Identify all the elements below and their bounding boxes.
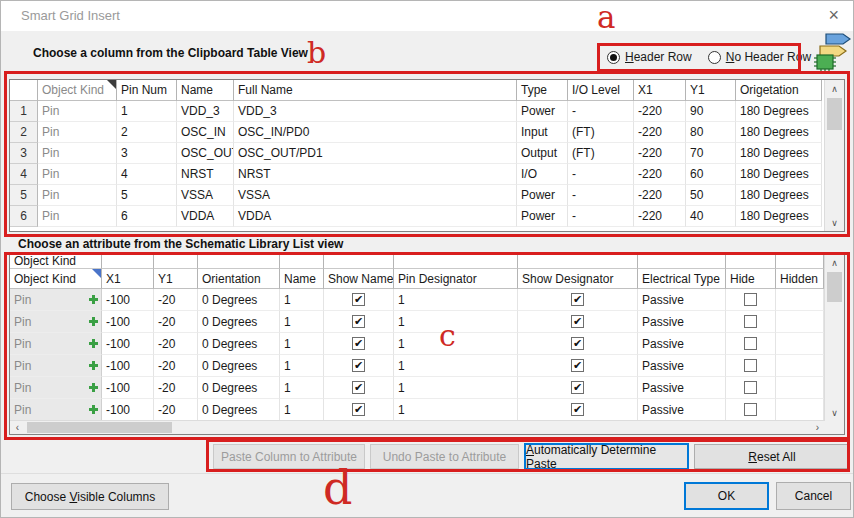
table-cell[interactable] [518,377,638,399]
radio-no-header-row[interactable]: No Header Row [708,50,811,64]
table-cell[interactable]: 180 Degrees [736,206,822,227]
table-cell[interactable] [518,399,638,421]
column-header-Orientation[interactable]: Orientation [198,269,280,289]
table-cell[interactable]: Passive [638,377,726,399]
table-cell[interactable] [776,377,824,399]
table-cell[interactable]: - [568,206,634,227]
unchecked-checkbox[interactable] [744,403,757,416]
table-cell[interactable] [324,333,394,355]
table-cell[interactable]: VSSA [234,185,517,206]
table-cell[interactable]: 6 [117,206,177,227]
table-cell[interactable]: Passive [638,355,726,377]
table-cell[interactable]: Pin [38,185,117,206]
table-cell[interactable]: VSSA [177,185,234,206]
checked-checkbox[interactable] [352,315,365,328]
table-cell[interactable]: -20 [154,311,198,333]
table-cell[interactable] [518,333,638,355]
table-cell[interactable]: 5 [117,185,177,206]
unchecked-checkbox[interactable] [744,381,757,394]
table-cell[interactable]: 0 Degrees [198,355,280,377]
checked-checkbox[interactable] [352,337,365,350]
table-cell[interactable]: - [568,164,634,185]
table-cell[interactable]: 3 [117,143,177,164]
cancel-button[interactable]: Cancel [776,482,851,510]
table-cell[interactable]: 1 [394,289,518,311]
row-number[interactable]: 6 [10,206,38,227]
table-cell[interactable]: VDD_3 [234,101,517,122]
table-cell[interactable]: Pin [38,164,117,185]
unchecked-checkbox[interactable] [744,359,757,372]
column-header-Hidden[interactable]: Hidden [776,269,824,289]
object-kind-cell[interactable]: Pin [10,399,102,421]
group-header-cell[interactable] [394,254,518,269]
row-number[interactable]: 5 [10,185,38,206]
table-cell[interactable]: - [568,101,634,122]
table-cell[interactable] [324,311,394,333]
table-cell[interactable]: Pin [38,122,117,143]
radio-button-icon[interactable] [607,51,620,64]
column-header-Show Designator[interactable]: Show Designator [518,269,638,289]
table-cell[interactable]: Pin [38,101,117,122]
table-cell[interactable] [776,399,824,421]
table-cell[interactable] [324,355,394,377]
table-cell[interactable]: 180 Degrees [736,185,822,206]
column-header-Name[interactable]: Name [280,269,324,289]
column-header-Hide[interactable]: Hide [726,269,776,289]
table-cell[interactable]: 1 [394,333,518,355]
row-number[interactable]: 3 [10,143,38,164]
table-cell[interactable]: VDDA [177,206,234,227]
group-header-cell[interactable] [726,254,776,269]
group-header-cell[interactable] [280,254,324,269]
group-header-cell[interactable] [776,254,824,269]
table-cell[interactable]: -100 [102,355,154,377]
table-cell[interactable]: -20 [154,399,198,421]
table-cell[interactable]: -100 [102,289,154,311]
table-cell[interactable]: OSC_IN [177,122,234,143]
table-cell[interactable]: 0 Degrees [198,311,280,333]
table-cell[interactable]: 40 [686,206,736,227]
table-cell[interactable]: 60 [686,164,736,185]
table-cell[interactable] [726,333,776,355]
checked-checkbox[interactable] [571,293,584,306]
table-cell[interactable]: 180 Degrees [736,101,822,122]
table-cell[interactable]: 1 [280,289,324,311]
table-cell[interactable]: -20 [154,355,198,377]
table-cell[interactable] [726,311,776,333]
table-cell[interactable] [776,333,824,355]
table-cell[interactable]: I/O [517,164,568,185]
table-cell[interactable]: Power [517,206,568,227]
group-header-cell[interactable] [638,254,726,269]
table-cell[interactable]: Pin [38,143,117,164]
table-cell[interactable]: -100 [102,311,154,333]
group-header-cell[interactable] [154,254,198,269]
table-cell[interactable] [726,355,776,377]
table-cell[interactable] [324,399,394,421]
column-header-Show Name[interactable]: Show Name [324,269,394,289]
scrollbar-thumb[interactable] [27,422,172,433]
table-cell[interactable]: -100 [102,399,154,421]
attribute-table-hscrollbar[interactable]: ‹ › [10,420,825,434]
table-cell[interactable]: -220 [634,206,686,227]
clipboard-table-vscrollbar[interactable]: ∧ ∨ [824,80,844,231]
table-cell[interactable] [518,289,638,311]
table-cell[interactable]: 70 [686,143,736,164]
table-cell[interactable]: 1 [280,399,324,421]
column-header-Origetation[interactable]: Origetation [736,80,822,101]
column-header-Object Kind[interactable]: Object Kind [10,269,102,289]
radio-button-icon[interactable] [708,51,721,64]
table-cell[interactable]: OSC_IN/PD0 [234,122,517,143]
table-cell[interactable]: 1 [117,101,177,122]
row-number[interactable]: 2 [10,122,38,143]
attribute-table-vscrollbar[interactable]: ∧ ∨ [824,254,844,421]
table-cell[interactable]: 0 Degrees [198,399,280,421]
table-cell[interactable]: 0 Degrees [198,289,280,311]
table-cell[interactable]: OSC_OUT [177,143,234,164]
table-cell[interactable]: (FT) [568,122,634,143]
radio-header-row[interactable]: Header Row [607,50,692,64]
close-icon[interactable]: × [828,5,839,25]
row-number[interactable]: 4 [10,164,38,185]
checked-checkbox[interactable] [571,337,584,350]
reset-all-button[interactable]: Reset All [694,444,850,469]
choose-visible-columns-button[interactable]: Choose Visible Columns [11,483,169,510]
table-cell[interactable] [776,289,824,311]
